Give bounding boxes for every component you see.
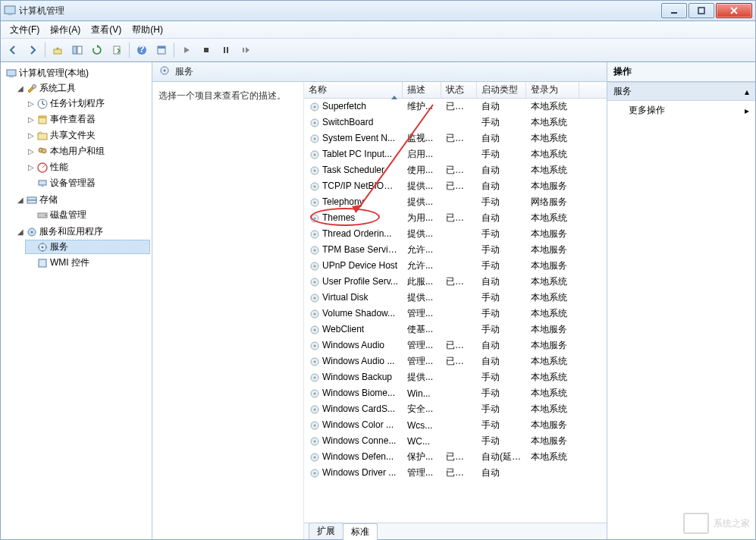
col-start[interactable]: 启动类型 bbox=[477, 82, 526, 98]
table-row[interactable]: SwitchBoard手动本地系统 bbox=[304, 115, 607, 130]
table-row[interactable]: Windows Defen...保护...已启动自动(延迟...本地系统 bbox=[304, 449, 607, 465]
wmi-icon bbox=[36, 257, 49, 269]
tree-system-tools[interactable]: ◢ 系统工具 bbox=[14, 81, 150, 96]
tree-label: 共享文件夹 bbox=[50, 129, 96, 142]
actions-section[interactable]: 服务 ▴ bbox=[607, 82, 755, 101]
table-row[interactable]: WebClient使基...手动本地服务 bbox=[304, 322, 607, 338]
table-row[interactable]: Themes为用...已启动自动本地系统 bbox=[304, 210, 607, 226]
collapse-icon[interactable]: ◢ bbox=[16, 196, 24, 204]
tab-extended[interactable]: 扩展 bbox=[309, 523, 343, 539]
tree-label: 事件查看器 bbox=[50, 113, 96, 126]
properties-button[interactable] bbox=[152, 41, 171, 59]
cell-name: Windows Conne... bbox=[304, 435, 403, 447]
blank-icon bbox=[27, 211, 35, 219]
start-service-button[interactable] bbox=[177, 41, 196, 59]
col-status[interactable]: 状态 bbox=[441, 82, 477, 98]
table-row[interactable]: Volume Shadow...管理...手动本地系统 bbox=[304, 306, 607, 322]
cell-desc: 提供... bbox=[403, 196, 441, 209]
expand-icon[interactable]: ▷ bbox=[27, 131, 35, 140]
collapse-icon[interactable]: ◢ bbox=[16, 228, 24, 236]
cell-logon: 本地系统 bbox=[526, 212, 579, 224]
close-button[interactable] bbox=[716, 3, 752, 18]
table-row[interactable]: Telephony提供...手动网络服务 bbox=[304, 194, 607, 210]
expand-icon[interactable]: ▷ bbox=[27, 163, 35, 171]
menu-help[interactable]: 帮助(H) bbox=[127, 22, 168, 38]
menu-action[interactable]: 操作(A) bbox=[45, 22, 85, 38]
restart-service-button[interactable] bbox=[237, 41, 255, 59]
table-row[interactable]: Windows Conne...WC...手动本地服务 bbox=[304, 433, 607, 449]
refresh-button[interactable] bbox=[88, 41, 106, 59]
maximize-button[interactable] bbox=[689, 3, 714, 18]
gear-icon bbox=[309, 149, 321, 161]
minimize-button[interactable] bbox=[661, 3, 687, 18]
tree-device-manager[interactable]: 设备管理器 bbox=[25, 176, 150, 190]
tools-icon bbox=[26, 83, 38, 95]
table-row[interactable]: User Profile Serv...此服...已启动自动本地系统 bbox=[304, 274, 607, 290]
svg-rect-11 bbox=[158, 46, 165, 49]
back-button[interactable] bbox=[4, 41, 22, 59]
table-row[interactable]: TPM Base Servic...允许...手动本地服务 bbox=[304, 242, 607, 258]
tree-performance[interactable]: ▷性能 bbox=[25, 160, 150, 174]
gear-icon bbox=[309, 324, 321, 336]
expand-icon[interactable]: ▷ bbox=[27, 99, 35, 108]
pause-service-button[interactable] bbox=[217, 41, 235, 59]
tree-local-users[interactable]: ▷本地用户和组 bbox=[25, 144, 150, 159]
tree-shared-folders[interactable]: ▷共享文件夹 bbox=[25, 128, 150, 143]
table-row[interactable]: Windows Color ...Wcs...手动本地服务 bbox=[304, 417, 607, 433]
tree-event-viewer[interactable]: ▷事件查看器 bbox=[25, 112, 150, 127]
help-button[interactable]: ? bbox=[133, 41, 151, 59]
table-row[interactable]: Windows Backup提供...手动本地系统 bbox=[304, 369, 607, 385]
table-row[interactable]: Windows CardS...安全...手动本地系统 bbox=[304, 401, 607, 417]
tree-services[interactable]: 服务 bbox=[25, 240, 150, 254]
table-row[interactable]: Windows Audio管理...已启动自动本地服务 bbox=[304, 338, 607, 353]
menu-file[interactable]: 文件(F) bbox=[5, 22, 44, 38]
col-label: 描述 bbox=[407, 83, 425, 96]
tree-task-scheduler[interactable]: ▷任务计划程序 bbox=[25, 96, 150, 111]
cell-name: Windows Color ... bbox=[304, 419, 403, 432]
table-row[interactable]: Windows Driver ...管理...已启动自动 bbox=[304, 465, 607, 481]
show-hide-tree-button[interactable] bbox=[68, 41, 86, 59]
description-column: 选择一个项目来查看它的描述。 bbox=[152, 82, 304, 539]
table-row[interactable]: TCP/IP NetBIOS ...提供...已启动自动本地服务 bbox=[304, 178, 607, 194]
cell-name: Thread Orderin... bbox=[304, 228, 403, 240]
table-row[interactable]: UPnP Device Host允许...手动本地服务 bbox=[304, 258, 607, 274]
table-row[interactable]: Tablet PC Input...启用...手动本地系统 bbox=[304, 146, 607, 162]
tree-services-apps[interactable]: ◢ 服务和应用程序 bbox=[14, 224, 150, 239]
tab-standard[interactable]: 标准 bbox=[343, 523, 378, 540]
tree-root[interactable]: 计算机管理(本地) bbox=[4, 66, 150, 80]
expand-icon[interactable]: ▷ bbox=[27, 115, 35, 124]
separator bbox=[45, 42, 45, 58]
table-row[interactable]: System Event N...监视...已启动自动本地系统 bbox=[304, 130, 607, 146]
table-row[interactable]: Windows Biome...Win...手动本地系统 bbox=[304, 385, 607, 401]
nav-tree[interactable]: 计算机管理(本地) ◢ 系统工具 ▷任务计划程序 ▷事件查看器 bbox=[2, 65, 150, 272]
up-button[interactable] bbox=[49, 41, 67, 59]
action-more[interactable]: 更多操作 ▸ bbox=[607, 101, 755, 120]
svg-rect-2 bbox=[671, 12, 677, 14]
table-row[interactable]: Virtual Disk提供...手动本地系统 bbox=[304, 290, 607, 306]
svg-point-80 bbox=[314, 408, 316, 410]
table-row[interactable]: Superfetch维护...已启动自动本地系统 bbox=[304, 99, 607, 115]
table-row[interactable]: Task Scheduler使用...已启动自动本地系统 bbox=[304, 162, 607, 178]
table-row[interactable]: Windows Audio ...管理...已启动自动本地系统 bbox=[304, 353, 607, 369]
table-row[interactable]: Thread Orderin...提供...手动本地服务 bbox=[304, 226, 607, 242]
forward-button[interactable] bbox=[24, 41, 42, 59]
actions-pane: 操作 服务 ▴ 更多操作 ▸ bbox=[607, 62, 755, 539]
expand-icon[interactable]: ▷ bbox=[27, 147, 35, 155]
cell-start: 手动 bbox=[477, 148, 526, 161]
cell-status: 已启动 bbox=[441, 164, 477, 177]
services-list-wrap: 名称 描述 状态 启动类型 登录为 Superfetch维护...已启动自动本地… bbox=[304, 82, 607, 539]
collapse-icon[interactable]: ◢ bbox=[16, 84, 24, 93]
description-prompt: 选择一个项目来查看它的描述。 bbox=[158, 90, 286, 101]
col-logon[interactable]: 登录为 bbox=[526, 82, 579, 98]
col-desc[interactable]: 描述 bbox=[403, 82, 441, 98]
grid-body[interactable]: Superfetch维护...已启动自动本地系统SwitchBoard手动本地系… bbox=[304, 99, 607, 523]
col-name[interactable]: 名称 bbox=[304, 82, 403, 98]
menu-view[interactable]: 查看(V) bbox=[86, 22, 126, 38]
tree-disk-mgmt[interactable]: 磁盘管理 bbox=[25, 208, 150, 222]
cell-logon: 本地系统 bbox=[526, 403, 579, 416]
tree-wmi[interactable]: WMI 控件 bbox=[25, 256, 150, 270]
export-button[interactable] bbox=[108, 41, 126, 59]
stop-service-button[interactable] bbox=[197, 41, 215, 59]
cell-logon: 本地系统 bbox=[526, 164, 579, 177]
tree-storage[interactable]: ◢ 存储 bbox=[14, 193, 150, 207]
